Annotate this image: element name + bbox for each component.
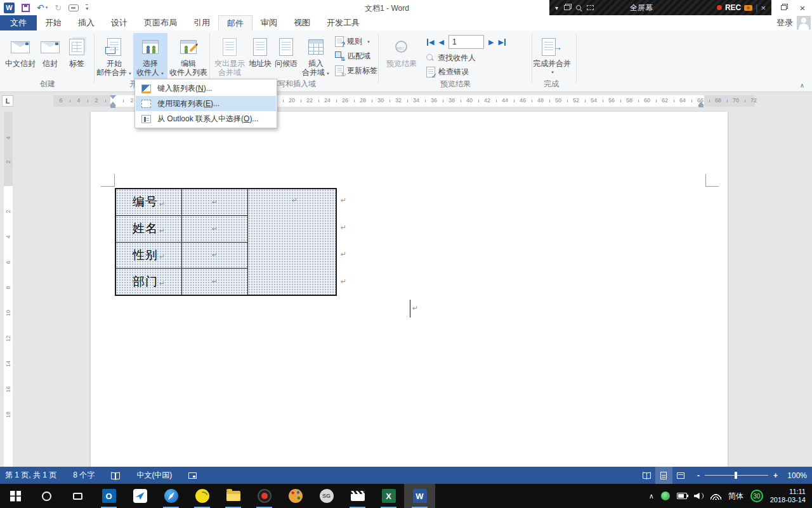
file-explorer-taskbar-icon[interactable] [218, 484, 249, 508]
zoom-level[interactable]: 100% [784, 471, 807, 480]
clock[interactable]: 11:11 2018-03-14 [770, 488, 806, 504]
macro-record-icon[interactable] [188, 472, 197, 479]
table-value-cell[interactable] [182, 243, 248, 269]
ruler-tick [585, 100, 586, 102]
tab-邮件[interactable]: 邮件 [218, 15, 252, 30]
cell-label: 编号 [133, 194, 158, 210]
last-record-button[interactable] [498, 38, 506, 46]
end-of-row-mark [341, 197, 346, 204]
table-header-cell[interactable]: 性别 [116, 243, 182, 269]
video-editor-taskbar-icon[interactable] [342, 484, 373, 508]
zoom-out-button[interactable]: - [697, 471, 700, 480]
table-value-cell[interactable] [182, 269, 248, 295]
margin-corner-mark [705, 186, 719, 187]
language-status[interactable]: 中文(中国) [136, 470, 172, 481]
read-mode-button[interactable] [638, 467, 655, 484]
collapse-ribbon-button[interactable] [800, 82, 804, 89]
outlook-taskbar-icon[interactable]: O [93, 484, 124, 508]
zoom-slider-thumb[interactable] [735, 472, 737, 479]
recorder-region-icon[interactable] [587, 5, 594, 10]
edit-recipient-list-icon [180, 40, 197, 54]
table-header-cell[interactable]: 编号 [116, 189, 182, 215]
user-avatar [797, 16, 811, 30]
labels-button[interactable]: 标签 [63, 33, 90, 89]
tab-file[interactable]: 文件 [0, 15, 37, 30]
match-fields-button[interactable]: 匹配域 [335, 50, 370, 62]
cortana-button[interactable] [31, 484, 62, 508]
record-number-input[interactable] [449, 35, 484, 49]
tray-expand-icon[interactable] [649, 491, 654, 500]
envelope-icon [41, 41, 60, 53]
task-view-button[interactable] [62, 484, 93, 508]
end-of-row-mark [341, 251, 346, 258]
volume-icon[interactable] [694, 492, 704, 500]
document-table[interactable]: 编号姓名性别部门 [115, 188, 337, 296]
health-ball-badge[interactable]: 30 [750, 490, 763, 502]
recorder-close-icon[interactable] [761, 3, 766, 13]
tab-开始[interactable]: 开始 [37, 15, 70, 30]
wifi-icon[interactable] [710, 493, 721, 500]
group-separator [378, 33, 379, 83]
start-button[interactable] [0, 484, 31, 508]
rules-button[interactable]: 规则 [335, 36, 370, 47]
thunder-taskbar-icon[interactable] [124, 484, 155, 508]
tab-引用[interactable]: 引用 [185, 15, 218, 30]
zoom-in-button[interactable]: + [773, 471, 778, 480]
first-line-indent-marker[interactable] [110, 95, 116, 99]
recorder-menu-icon[interactable] [555, 3, 558, 12]
previous-record-button[interactable] [438, 38, 443, 46]
ruler-tick [443, 100, 443, 102]
menu-item-use-existing-list[interactable]: 使用现有列表(E)... [136, 96, 276, 111]
paint-taskbar-icon[interactable] [280, 484, 311, 508]
left-indent-marker[interactable] [110, 105, 115, 108]
start-mail-merge-button[interactable]: 开始 邮件合并 [96, 33, 132, 89]
sogou-taskbar-icon[interactable]: SG [311, 484, 342, 508]
print-layout-button[interactable] [655, 467, 672, 484]
next-record-button[interactable] [488, 38, 494, 46]
zoom-slider[interactable] [705, 475, 768, 476]
recorder-camera-icon[interactable] [744, 5, 752, 11]
first-record-button[interactable] [426, 38, 434, 46]
restore-button[interactable] [774, 0, 793, 15]
web-layout-icon [677, 472, 684, 479]
page-count-status[interactable]: 第 1 页, 共 1 页 [5, 470, 56, 481]
table-header-cell[interactable]: 部门 [116, 269, 182, 295]
proofing-status-icon[interactable] [111, 472, 120, 479]
menu-item-choose-from-outlook[interactable]: 从 Outlook 联系人中选择(O)... [136, 111, 276, 126]
menu-item-type-new-list[interactable]: 键入新列表(N)... [136, 81, 276, 96]
screen-recorder-taskbar-icon[interactable] [249, 484, 280, 508]
media-taskbar-icon[interactable] [187, 484, 218, 508]
ruler-tick [603, 100, 603, 102]
web-layout-button[interactable] [672, 467, 690, 484]
check-for-errors-button[interactable]: 检查错误 [426, 66, 469, 77]
tab-开发工具[interactable]: 开发工具 [318, 15, 368, 30]
tab-审阅[interactable]: 审阅 [252, 15, 285, 30]
browser-taskbar-icon[interactable] [155, 484, 187, 508]
tab-视图[interactable]: 视图 [285, 15, 318, 30]
recorder-zoom-icon[interactable] [576, 5, 581, 10]
excel-taskbar-icon[interactable]: X [373, 484, 404, 508]
right-indent-marker-base[interactable] [698, 105, 704, 107]
close-button[interactable] [793, 0, 812, 15]
table-value-cell[interactable] [182, 189, 248, 215]
ruler-tick [407, 100, 408, 102]
recorder-window-icon[interactable] [564, 5, 570, 10]
chinese-envelope-button[interactable]: 中文信封 [4, 33, 37, 89]
tab-selector[interactable]: L [2, 95, 13, 107]
tray-app-icon[interactable] [661, 491, 670, 500]
vertical-ruler[interactable]: 4224681012141618 [4, 112, 13, 467]
new-list-icon [141, 84, 151, 93]
check-for-errors-icon [426, 67, 435, 77]
table-header-cell[interactable]: 姓名 [116, 216, 182, 242]
tab-页面布局[interactable]: 页面布局 [136, 15, 185, 30]
table-value-cell[interactable] [182, 216, 248, 242]
ime-indicator[interactable]: 简体 [728, 491, 743, 502]
word-taskbar-icon[interactable]: W [404, 484, 435, 508]
tab-设计[interactable]: 设计 [103, 15, 136, 30]
battery-icon[interactable] [677, 493, 687, 499]
sign-in[interactable]: 登录 [776, 15, 812, 30]
tab-插入[interactable]: 插入 [70, 15, 103, 30]
table-merged-cell[interactable] [248, 189, 336, 295]
horizontal-ruler[interactable]: 6422468101214161820222426283032343638404… [0, 95, 812, 107]
word-count-status[interactable]: 8 个字 [73, 470, 95, 481]
